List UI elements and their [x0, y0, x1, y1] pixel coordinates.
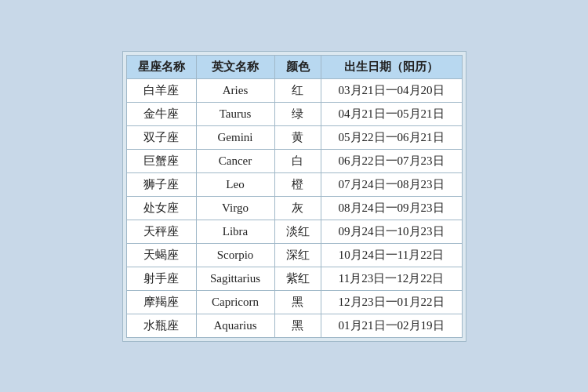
table-row: 白羊座Aries红03月21日一04月20日: [126, 78, 462, 102]
cell-dates: 04月21日一05月21日: [321, 102, 462, 125]
header-color: 颜色: [274, 55, 321, 78]
table-row: 金牛座Taurus绿04月21日一05月21日: [126, 102, 462, 125]
cell-dates: 10月24日一11月22日: [321, 243, 462, 267]
cell-dates: 03月21日一04月20日: [321, 78, 462, 102]
header-chinese-name: 星座名称: [126, 55, 196, 78]
cell-dates: 07月24日一08月23日: [321, 172, 462, 196]
table-row: 处女座Virgo灰08月24日一09月23日: [126, 196, 462, 220]
table-body: 白羊座Aries红03月21日一04月20日金牛座Taurus绿04月21日一0…: [126, 78, 462, 337]
cell-chinese-name: 处女座: [126, 196, 196, 220]
cell-english-name: Cancer: [196, 149, 274, 172]
cell-color: 紫红: [274, 267, 321, 290]
cell-color: 橙: [274, 172, 321, 196]
table-row: 射手座Sagittarius紫红11月23日一12月22日: [126, 267, 462, 290]
zodiac-table-container: 星座名称 英文名称 颜色 出生日期（阳历） 白羊座Aries红03月21日一04…: [122, 51, 466, 342]
cell-dates: 08月24日一09月23日: [321, 196, 462, 220]
cell-dates: 09月24日一10月23日: [321, 220, 462, 243]
cell-dates: 01月21日一02月19日: [321, 314, 462, 337]
header-english-name: 英文名称: [196, 55, 274, 78]
cell-dates: 05月22日一06月21日: [321, 125, 462, 149]
cell-color: 白: [274, 149, 321, 172]
zodiac-table: 星座名称 英文名称 颜色 出生日期（阳历） 白羊座Aries红03月21日一04…: [126, 55, 463, 338]
table-row: 水瓶座Aquarius黑01月21日一02月19日: [126, 314, 462, 337]
cell-color: 黑: [274, 290, 321, 314]
cell-dates: 06月22日一07月23日: [321, 149, 462, 172]
cell-chinese-name: 水瓶座: [126, 314, 196, 337]
cell-dates: 12月23日一01月22日: [321, 290, 462, 314]
cell-chinese-name: 双子座: [126, 125, 196, 149]
cell-english-name: Aquarius: [196, 314, 274, 337]
cell-english-name: Virgo: [196, 196, 274, 220]
cell-english-name: Capricorn: [196, 290, 274, 314]
cell-english-name: Aries: [196, 78, 274, 102]
table-row: 天蝎座Scorpio深红10月24日一11月22日: [126, 243, 462, 267]
cell-dates: 11月23日一12月22日: [321, 267, 462, 290]
cell-color: 淡红: [274, 220, 321, 243]
cell-color: 深红: [274, 243, 321, 267]
cell-color: 绿: [274, 102, 321, 125]
header-dates: 出生日期（阳历）: [321, 55, 462, 78]
cell-color: 黄: [274, 125, 321, 149]
table-row: 狮子座Leo橙07月24日一08月23日: [126, 172, 462, 196]
cell-color: 灰: [274, 196, 321, 220]
cell-chinese-name: 天蝎座: [126, 243, 196, 267]
cell-chinese-name: 巨蟹座: [126, 149, 196, 172]
cell-english-name: Libra: [196, 220, 274, 243]
table-row: 巨蟹座Cancer白06月22日一07月23日: [126, 149, 462, 172]
table-row: 天秤座Libra淡红09月24日一10月23日: [126, 220, 462, 243]
cell-chinese-name: 金牛座: [126, 102, 196, 125]
cell-chinese-name: 白羊座: [126, 78, 196, 102]
cell-chinese-name: 狮子座: [126, 172, 196, 196]
table-row: 双子座Gemini黄05月22日一06月21日: [126, 125, 462, 149]
table-row: 摩羯座Capricorn黑12月23日一01月22日: [126, 290, 462, 314]
cell-chinese-name: 摩羯座: [126, 290, 196, 314]
cell-chinese-name: 射手座: [126, 267, 196, 290]
cell-english-name: Scorpio: [196, 243, 274, 267]
cell-chinese-name: 天秤座: [126, 220, 196, 243]
cell-color: 红: [274, 78, 321, 102]
cell-english-name: Sagittarius: [196, 267, 274, 290]
cell-english-name: Gemini: [196, 125, 274, 149]
cell-english-name: Leo: [196, 172, 274, 196]
cell-english-name: Taurus: [196, 102, 274, 125]
cell-color: 黑: [274, 314, 321, 337]
table-header-row: 星座名称 英文名称 颜色 出生日期（阳历）: [126, 55, 462, 78]
